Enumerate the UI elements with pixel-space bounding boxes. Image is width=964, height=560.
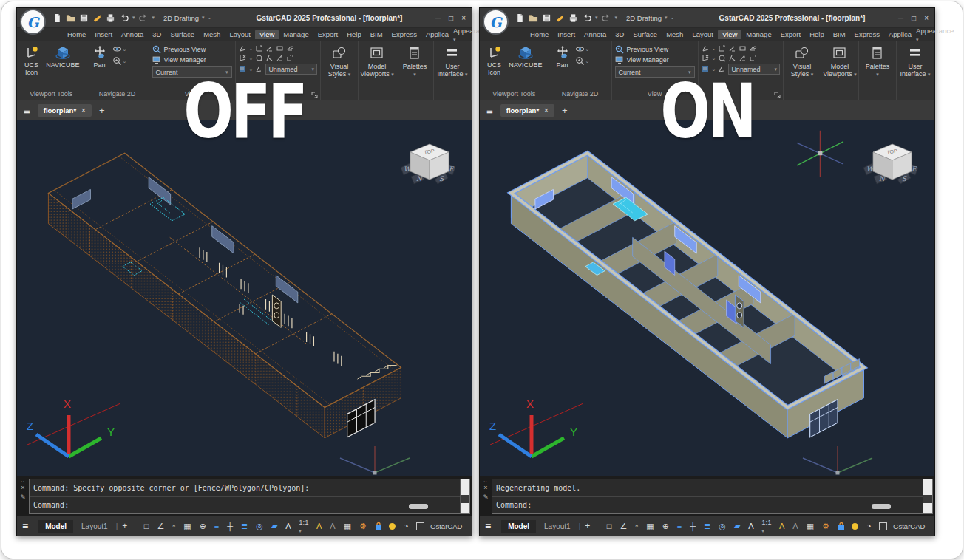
undo-icon[interactable]	[119, 13, 129, 23]
model-tab[interactable]: Model	[501, 520, 536, 533]
ucs-world-icon[interactable]	[702, 44, 710, 52]
ucs-named-dropdown[interactable]: Unnamed ▾	[728, 64, 780, 75]
redo-icon[interactable]	[602, 13, 611, 23]
ucs-previous-icon[interactable]	[718, 54, 726, 62]
undo-caret-icon[interactable]: ▾	[132, 15, 135, 21]
ucs-x-icon[interactable]	[702, 54, 710, 62]
gear-icon[interactable]: ⚙	[358, 522, 369, 530]
drawing-viewport[interactable]: W N S E TOP X Y Z	[480, 120, 934, 476]
command-grip-icon[interactable]: ∴	[484, 479, 488, 482]
ucs-axis-indicator[interactable]: X Y Z	[26, 396, 123, 471]
command-scrollbar[interactable]	[923, 479, 932, 513]
tab-application[interactable]: Applica	[884, 30, 916, 39]
new-layout-button[interactable]: +	[122, 521, 127, 531]
panel-caption-viewport-tools[interactable]: Viewport Tools	[480, 89, 549, 100]
annotation-visibility-icon[interactable]: Λ	[314, 522, 323, 530]
tab-application[interactable]: Applica	[421, 30, 453, 39]
orbit-button[interactable]: ⌄	[575, 44, 590, 54]
command-close-icon[interactable]: ×	[21, 484, 24, 491]
command-close-icon[interactable]: ×	[483, 484, 487, 491]
ucs-named-dropdown[interactable]: Unnamed ▾	[265, 64, 317, 75]
user-interface-button[interactable]: User Interface ▾	[897, 41, 934, 100]
tab-layout[interactable]: Layout	[688, 30, 718, 39]
coord-caret-icon[interactable]: ⌄	[712, 46, 716, 52]
performance-gauge-icon[interactable]: ◔	[401, 522, 410, 530]
tracking-icon[interactable]: ┼	[225, 522, 235, 530]
tab-insert[interactable]: Insert	[90, 30, 117, 39]
coord-caret2-icon[interactable]: ⌄	[249, 55, 254, 61]
ortho-icon[interactable]: ≡	[675, 522, 683, 530]
close-button[interactable]: ×	[924, 14, 929, 22]
annotation-scale-dropdown[interactable]: 1:1 ▾	[760, 518, 773, 534]
tab-surface[interactable]: Surface	[166, 30, 199, 39]
ucs-origin-icon[interactable]	[255, 44, 263, 52]
workspace-icon[interactable]: ▰	[269, 522, 279, 530]
workspace-pin-icon[interactable]: ⌄	[208, 15, 212, 21]
redo-caret-icon[interactable]: ▾	[615, 15, 618, 21]
redo-caret-icon[interactable]: ▾	[152, 15, 155, 21]
navicube-button[interactable]: NAVICUBE	[506, 44, 545, 69]
plot-icon[interactable]	[555, 13, 565, 23]
save-icon[interactable]	[79, 13, 89, 23]
ucs-zaxis-icon[interactable]	[265, 44, 274, 52]
tab-bim[interactable]: BIM	[829, 30, 850, 39]
zoom-status-icon[interactable]: ◎	[717, 522, 728, 530]
coord-caret-icon[interactable]: ⌄	[249, 46, 254, 52]
coord-caret2-icon[interactable]: ⌄	[712, 55, 716, 61]
save-icon[interactable]	[542, 13, 551, 23]
command-scrollbar[interactable]	[460, 479, 469, 513]
ucs-icon-button[interactable]: UCS Icon	[483, 44, 506, 78]
tab-view[interactable]: View	[255, 30, 279, 39]
tab-express[interactable]: Express	[387, 30, 421, 39]
ucs-3point-icon[interactable]	[286, 54, 294, 62]
polar-tracking-icon[interactable]: ∠	[155, 522, 166, 530]
palettes-button[interactable]: Palettes▾	[396, 41, 434, 100]
tab-express[interactable]: Express	[850, 30, 884, 39]
open-icon[interactable]	[529, 13, 538, 23]
tab-export[interactable]: Export	[313, 30, 342, 39]
performance-gauge-icon[interactable]: ◔	[864, 522, 873, 530]
ucs-z-icon[interactable]	[276, 54, 284, 62]
tab-3d[interactable]: 3D	[611, 30, 628, 39]
workspace-icon[interactable]: ▰	[732, 522, 741, 530]
command-prompt-row[interactable]: Command:	[492, 496, 932, 514]
ucs-zaxis-icon[interactable]	[728, 44, 736, 52]
object-snap-icon[interactable]: ▫	[171, 522, 177, 530]
tab-home[interactable]: Home	[526, 30, 553, 39]
panel-caption-navigate-2d[interactable]: Navigate 2D	[86, 89, 149, 100]
orbit-button[interactable]: ⌄	[112, 44, 127, 54]
tab-home[interactable]: Home	[63, 30, 90, 39]
tab-annotate[interactable]: Annota	[117, 30, 148, 39]
viewport-icon[interactable]: □	[605, 522, 614, 530]
cells-icon[interactable]: ▦	[804, 522, 815, 530]
viewcube[interactable]: W N S E TOP	[861, 141, 924, 191]
ucs-icon-button[interactable]: UCS Icon	[20, 44, 43, 78]
ucs-object-icon[interactable]	[286, 44, 294, 52]
ucs-view-icon[interactable]	[276, 44, 284, 52]
drawing-viewport[interactable]: W N S E TOP X Y Z	[17, 120, 472, 476]
new-file-icon[interactable]	[515, 13, 525, 23]
command-prompt-row[interactable]: Command:	[30, 496, 469, 514]
ucs-x-icon[interactable]	[239, 54, 247, 62]
view-current-dropdown[interactable]: Current ▾	[152, 66, 232, 78]
tab-manage[interactable]: Manage	[741, 30, 775, 39]
ucs-object-icon[interactable]	[749, 44, 757, 52]
tab-export[interactable]: Export	[776, 30, 805, 39]
annotation-autoscale-icon[interactable]: Λ	[328, 522, 337, 530]
previous-view-button[interactable]: Previous View	[152, 45, 206, 54]
tab-3d[interactable]: 3D	[148, 30, 166, 39]
palettes-button[interactable]: Palettes▾	[859, 41, 897, 100]
object-snap-icon[interactable]: ▫	[634, 522, 640, 530]
print-icon[interactable]	[106, 13, 115, 23]
visual-styles-button[interactable]: Visual Styles ▾	[784, 41, 821, 100]
status-menu-icon[interactable]: ≡	[485, 521, 491, 531]
zoom-window-button[interactable]: ⌄	[112, 56, 127, 66]
coord-caret3-icon[interactable]: ⌄	[712, 66, 716, 72]
ucs-view-icon[interactable]	[739, 44, 747, 52]
view-manager-button[interactable]: View Manager	[615, 55, 669, 64]
panel-caption-view[interactable]: View	[149, 89, 235, 100]
pan-button[interactable]: Pan	[89, 44, 110, 69]
document-tab-floorplan[interactable]: floorplan* ×	[38, 104, 92, 117]
lightbulb-icon[interactable]	[852, 523, 858, 530]
command-scrollbar-thumb[interactable]	[461, 479, 469, 495]
